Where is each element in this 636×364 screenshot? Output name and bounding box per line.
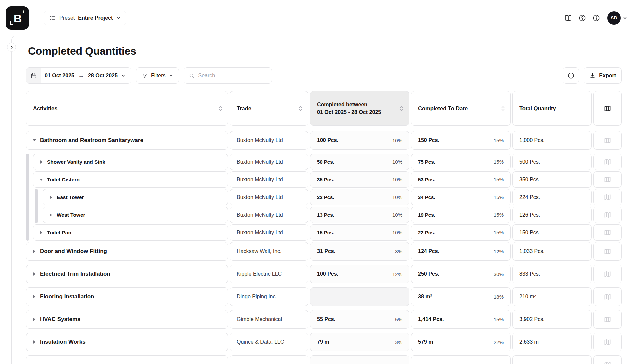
expand-chevron-icon[interactable] (49, 213, 53, 217)
user-menu-chevron[interactable] (623, 16, 627, 20)
completed-to-date-cell (411, 355, 511, 364)
activity-cell[interactable]: West Tower (43, 207, 228, 223)
completed-between-cell: 15 Pcs. 10% (310, 224, 409, 241)
map-cell[interactable] (593, 171, 622, 188)
trade-label: Buxton McNulty Ltd (237, 159, 283, 165)
completed-between-cell: 50 Pcs. 10% (310, 154, 409, 170)
completed-to-date-cell: 150 Pcs. 15% (411, 131, 511, 150)
period-quantity: 79 m (317, 339, 329, 345)
total-quantity: 2,633 m (519, 339, 539, 345)
search-input[interactable] (198, 73, 267, 79)
column-header-total-quantity[interactable]: Total Quantity (512, 91, 592, 126)
expand-chevron-icon[interactable] (32, 318, 36, 321)
completed-to-date-cell: 34 Pcs. 15% (411, 189, 511, 205)
map-cell[interactable] (593, 131, 622, 150)
download-icon (589, 72, 596, 79)
map-cell[interactable] (593, 355, 622, 364)
expand-chevron-icon[interactable] (39, 231, 43, 234)
todate-percent: 15% (494, 212, 504, 218)
date-range-picker[interactable]: 01 Oct 2025 → 28 Oct 2025 (26, 67, 131, 84)
map-cell[interactable] (593, 310, 622, 329)
period-percent: 3% (395, 249, 402, 254)
completed-to-date-cell: 53 Pcs. 15% (411, 171, 511, 188)
docs-button[interactable] (561, 11, 575, 25)
filters-button[interactable]: Filters (136, 67, 179, 84)
sort-icon[interactable] (501, 106, 505, 111)
search-box[interactable] (184, 67, 272, 84)
trade-label: Quince & Data, LLC (237, 339, 284, 345)
info-menu-button[interactable] (589, 11, 603, 25)
chevron-down-icon (169, 73, 173, 78)
trade-cell: Buxton McNulty Ltd (230, 171, 308, 188)
todate-percent: 18% (494, 294, 504, 300)
sort-icon[interactable] (299, 106, 303, 111)
map-cell[interactable] (593, 207, 622, 223)
indent-guide-level1[interactable] (26, 154, 29, 241)
map-cell[interactable] (593, 265, 622, 283)
activity-cell[interactable]: Door and Window Fitting (26, 242, 228, 261)
expand-chevron-icon[interactable] (39, 179, 43, 181)
expand-chevron-icon[interactable] (32, 139, 36, 141)
completed-to-date-cell: 38 m² 18% (411, 287, 511, 306)
activity-label: Door and Window Fitting (40, 248, 107, 255)
map-cell[interactable] (593, 189, 622, 205)
table-row (26, 355, 622, 364)
activity-label: Shower Vanity and Sink (47, 159, 105, 165)
column-header-completed-to-date[interactable]: Completed To Date (411, 91, 511, 126)
completed-between-cell: 100 Pcs. 10% (310, 131, 409, 150)
completed-between-cell (310, 355, 409, 364)
total-quantity-cell: 1,000 Pcs. (512, 131, 592, 150)
logo-letter: B (14, 12, 22, 25)
completed-between-cell: 31 Pcs. 3% (310, 242, 409, 261)
column-header-activities[interactable]: Activities (26, 91, 228, 126)
activity-cell[interactable]: Electrical Trim Installation (26, 265, 228, 283)
expand-chevron-icon[interactable] (39, 160, 43, 164)
completed-between-cell: 35 Pcs. 10% (310, 171, 409, 188)
content-panel: Completed Quantities 01 Oct 2025 → 28 Oc… (11, 36, 636, 364)
map-cell[interactable] (593, 224, 622, 241)
sort-icon[interactable] (400, 106, 404, 111)
activity-cell[interactable]: Flooring Installation (26, 287, 228, 306)
map-cell[interactable] (593, 154, 622, 170)
todate-quantity: 22 Pcs. (418, 230, 435, 235)
expand-chevron-icon[interactable] (32, 272, 36, 276)
sidebar-expand-button[interactable] (7, 43, 16, 52)
map-icon (604, 105, 611, 112)
help-button[interactable] (575, 11, 589, 25)
period-percent: 3% (395, 339, 402, 345)
map-cell[interactable] (593, 333, 622, 351)
expand-chevron-icon[interactable] (32, 250, 36, 253)
map-cell[interactable] (593, 242, 622, 261)
app-logo[interactable]: B + (6, 6, 29, 30)
app-window: B + Preset Entire Project (0, 0, 636, 364)
activity-cell[interactable]: Shower Vanity and Sink (33, 154, 228, 170)
column-header-trade[interactable]: Trade (230, 91, 308, 126)
activity-cell[interactable]: Toilet Pan (33, 224, 228, 241)
todate-quantity: 124 Pcs. (418, 248, 439, 254)
activity-cell[interactable]: East Tower (43, 189, 228, 205)
user-avatar[interactable]: SB (607, 11, 621, 25)
column-header-map[interactable] (593, 91, 622, 126)
expand-chevron-icon[interactable] (49, 196, 53, 199)
chevron-down-icon (116, 16, 121, 20)
export-button[interactable]: Export (584, 67, 622, 84)
period-quantity: 22 Pcs. (317, 194, 334, 200)
expand-chevron-icon[interactable] (32, 340, 36, 344)
preset-selector[interactable]: Preset Entire Project (44, 11, 126, 25)
trade-cell: Buxton McNulty Ltd (230, 207, 308, 223)
activity-cell[interactable]: Toilet Cistern (33, 171, 228, 188)
column-label: Completed To Date (418, 105, 468, 112)
total-quantity: 150 Pcs. (519, 230, 540, 236)
activity-cell[interactable]: Insulation Works (26, 333, 228, 351)
activity-cell[interactable] (26, 355, 228, 364)
column-header-completed-between[interactable]: Completed between 01 Oct 2025 - 28 Oct 2… (310, 91, 409, 126)
activity-cell[interactable]: HVAC Systems (26, 310, 228, 329)
map-cell[interactable] (593, 287, 622, 306)
activity-cell[interactable]: Bathroom and Restroom Sanitaryware (26, 131, 228, 150)
sort-icon[interactable] (218, 106, 222, 111)
total-quantity: 210 m² (519, 294, 536, 300)
expand-chevron-icon[interactable] (32, 295, 36, 298)
todate-percent: 12% (494, 249, 504, 254)
table-info-button[interactable] (563, 67, 579, 84)
indent-guide-level2[interactable] (35, 189, 38, 223)
